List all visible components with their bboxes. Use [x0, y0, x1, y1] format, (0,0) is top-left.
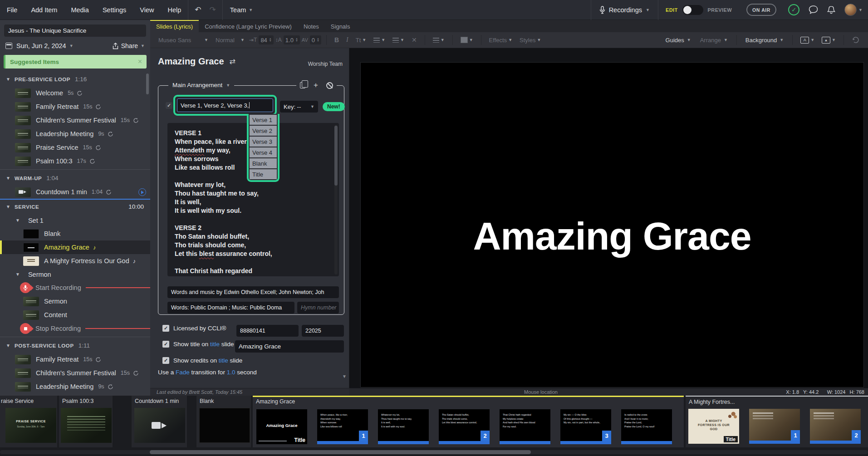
copyright-input[interactable]: Words: Public Domain ; Music: Public Dom… — [167, 302, 294, 314]
slide-thumbnail-1[interactable]: When peace, like a river, Attendeth my w… — [317, 409, 368, 444]
menu-view[interactable]: View — [133, 6, 161, 14]
arrangement-checkbox[interactable]: ✓ — [166, 102, 172, 109]
chat-button[interactable] — [809, 5, 818, 14]
slide-thumbnail-3[interactable]: Tho Satan should buffet, Tho trials shou… — [439, 409, 490, 444]
styles-menu[interactable]: Styles▼ — [517, 37, 544, 44]
group-set-1[interactable]: ▼ Set 1 — [0, 214, 150, 227]
stepper-arrows-icon[interactable]: ▲▼ — [295, 38, 298, 42]
disable-arrangement-icon[interactable] — [326, 82, 333, 89]
title-link[interactable]: title — [219, 357, 228, 364]
scroll-down-icon[interactable]: ▼ — [342, 374, 347, 379]
tab-slides-lyrics[interactable]: Slides (Lyrics) — [150, 20, 199, 32]
chevron-down-icon[interactable]: ▼ — [6, 343, 10, 348]
slide-thumbnail-4[interactable]: That Christ hath regarded My helpless es… — [500, 409, 550, 444]
tab-confidence[interactable]: Confidence (Large Lyric Preview) — [199, 20, 298, 32]
strip-group-mighty-fortress[interactable]: A Mighty Fortres... A MIGHTY FORTRESS IS… — [686, 396, 868, 447]
on-air-button[interactable]: ON AIR — [746, 4, 776, 16]
chevron-down-icon[interactable]: ▼ — [15, 218, 20, 223]
strip-group-countdown[interactable]: Countdown 1 min — [132, 396, 187, 447]
tab-signals[interactable]: Signals — [325, 20, 356, 32]
credits-input[interactable]: Words and music by Edwin Othello Excell;… — [167, 286, 339, 298]
line-height-stepper[interactable]: 1.0▲▼ — [284, 35, 300, 44]
show-title-checkbox[interactable]: ✓ — [162, 341, 169, 348]
indent-button[interactable]: ▼ — [390, 38, 407, 43]
text-box-tool[interactable]: A▼ — [798, 37, 817, 44]
menu-add-item[interactable]: Add Item — [24, 6, 64, 14]
slide-thumbnail[interactable]: PRAISE SERVICE Sunday, June 30th, 6 - 7p… — [5, 408, 56, 443]
text-case-button[interactable]: Tt▼ — [353, 37, 369, 44]
menu-file[interactable]: File — [0, 6, 24, 14]
slide-thumbnail-1[interactable]: 1 — [749, 409, 800, 444]
edit-preview-toggle[interactable] — [682, 5, 703, 15]
chevron-down-icon[interactable]: ▼ — [15, 272, 20, 277]
section-service[interactable]: ▼ SERVICE10:00 — [0, 200, 150, 214]
chevron-down-icon[interactable]: ▼ — [6, 77, 10, 82]
italic-button[interactable]: I — [343, 36, 351, 44]
date-selector[interactable]: Sun, Jun 2, 2024▼ — [16, 42, 74, 49]
slide-thumbnail-6[interactable]: Is nailed to the cross And I bear it no … — [621, 409, 672, 444]
title-link[interactable]: title — [210, 341, 220, 348]
transition-duration-link[interactable]: 1.0 — [227, 369, 235, 376]
font-family-select[interactable]: Museo Sans▼ — [156, 37, 211, 44]
transition-type-link[interactable]: Fade — [176, 369, 190, 376]
ccli-license-input[interactable]: 22025 — [302, 325, 344, 337]
media-tool[interactable]: ▴▼ — [819, 37, 839, 44]
chevron-down-icon[interactable]: ▼ — [6, 176, 10, 181]
dropdown-option-verse-2[interactable]: Verse 2 — [250, 126, 277, 136]
playlist-item-countdown[interactable]: Countdown 1 min1:04 — [0, 185, 150, 199]
dropdown-option-title[interactable]: Title — [250, 169, 277, 179]
slide-thumbnail-2[interactable]: Whatever my lot, Thou hast taught me to … — [378, 409, 429, 444]
playlist-item-leadership-meeting-2[interactable]: Leadership Meeting9s — [0, 380, 150, 393]
playlist-item-family-retreat[interactable]: Family Retreat15s — [0, 100, 150, 113]
playlist-item-childrens-summer-festival[interactable]: Children's Summer Festival15s — [0, 113, 150, 127]
playlist-item-leadership-meeting[interactable]: Leadership Meeting9s — [0, 127, 150, 141]
share-button[interactable]: Share▼ — [113, 42, 145, 49]
playlist-item-stop-recording[interactable]: Stop Recording — [0, 322, 150, 335]
playlist-item-content[interactable]: Content — [0, 308, 150, 322]
slide-thumbnail-title[interactable]: Amazing Grace Title — [256, 409, 307, 444]
strip-group-praise-service[interactable]: raise Service PRAISE SERVICE Sunday, Jun… — [0, 396, 57, 447]
section-warm-up[interactable]: ▼ WARM-UP1:04 — [0, 171, 150, 185]
playlist-title-field[interactable]: Jesus - The Unique Sacrifice — [4, 25, 146, 37]
dropdown-option-verse-3[interactable]: Verse 3 — [250, 137, 277, 147]
strip-group-psalm[interactable]: Psalm 100:3 — [59, 396, 113, 447]
playlist-item-childrens-summer-festival-2[interactable]: Children's Summer Festival15s — [0, 366, 150, 380]
strip-group-amazing-grace[interactable]: Amazing Grace Amazing Grace Title When p… — [253, 396, 684, 447]
playlist-item-psalm-100-3[interactable]: Psalm 100:317s — [0, 154, 150, 168]
chevron-down-icon[interactable]: ▼ — [6, 204, 10, 209]
title-slide-text-input[interactable]: Amazing Grace — [235, 340, 344, 353]
add-arrangement-icon[interactable]: + — [314, 81, 318, 90]
slide-thumbnail-2[interactable]: 2 — [810, 409, 861, 444]
tracking-stepper[interactable]: 0▲▼ — [310, 35, 321, 44]
hymn-number-input[interactable]: Hymn number — [297, 302, 339, 314]
stepper-arrows-icon[interactable]: ▲▼ — [317, 38, 319, 42]
lyrics-scrollbar[interactable] — [334, 126, 338, 186]
dropdown-option-blank[interactable]: Blank — [250, 158, 277, 168]
current-slide-preview[interactable]: Amazing Grace — [360, 62, 864, 387]
bullet-list-button[interactable]: ▼ — [371, 38, 388, 43]
effects-menu[interactable]: Effects▼ — [486, 37, 515, 44]
strip-scrollbar[interactable] — [150, 450, 531, 454]
font-style-select[interactable]: Normal▼ — [213, 37, 247, 44]
user-avatar[interactable] — [844, 4, 857, 16]
section-post-service-loop[interactable]: ▼ POST-SERVICE LOOP1:11 — [0, 338, 150, 353]
sync-status-icon[interactable]: ✓ — [788, 4, 799, 15]
undo-icon[interactable]: ↶ — [195, 5, 201, 15]
recordings-menu[interactable]: Recordings▼ — [591, 6, 658, 14]
group-sermon[interactable]: ▼ Sermon — [0, 268, 150, 281]
font-size-stepper[interactable]: 84▲▼ — [259, 35, 273, 44]
arrangement-selector[interactable]: Main Arrangement▼ — [168, 82, 234, 88]
slide-thumbnail[interactable] — [61, 408, 112, 443]
section-pre-service-loop[interactable]: ▼ PRE-SERVICE LOOP1:16 — [0, 72, 150, 86]
playlist-item-mighty-fortress[interactable]: A Mighty Fortress Is Our God ♪ — [0, 254, 150, 268]
ccli-checkbox[interactable]: ✓ — [162, 325, 169, 332]
menu-help[interactable]: Help — [161, 6, 188, 14]
background-menu[interactable]: Background▼ — [742, 37, 787, 44]
text-color-button[interactable]: ▼ — [458, 37, 476, 43]
arrangement-sequence-input[interactable]: Verse 1, Verse 2, Verse 3, — [177, 98, 273, 112]
close-icon[interactable]: × — [138, 58, 142, 66]
chevron-down-icon[interactable]: ▼ — [858, 8, 863, 12]
slide-thumbnail-5[interactable]: My sin — O the bliss Of this glorious th… — [560, 409, 611, 444]
notifications-button[interactable] — [827, 5, 835, 14]
align-button[interactable]: ▼ — [430, 38, 447, 43]
